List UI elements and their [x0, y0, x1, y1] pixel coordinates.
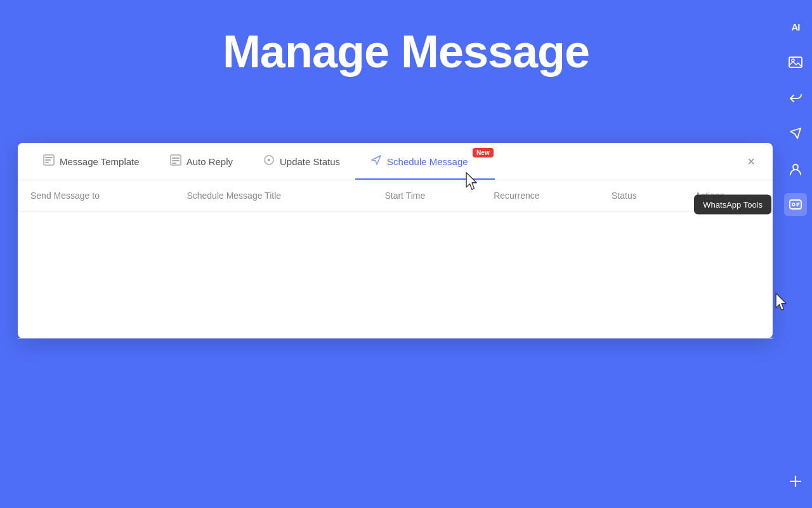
- tab-schedule-message[interactable]: Schedule Message New: [355, 143, 495, 180]
- tab-update-status[interactable]: Update Status: [248, 143, 355, 180]
- col-start-time: Start Time: [372, 180, 481, 211]
- tab-auto-reply[interactable]: Auto Reply: [155, 143, 248, 180]
- sidebar-icon-image[interactable]: [784, 51, 807, 74]
- tab-update-status-label: Update Status: [280, 156, 340, 167]
- new-badge: New: [473, 148, 494, 157]
- svg-rect-1: [45, 157, 53, 158]
- col-send-to: Send Message to: [18, 180, 174, 211]
- svg-rect-10: [789, 57, 802, 67]
- svg-point-14: [792, 203, 795, 206]
- svg-rect-13: [790, 200, 801, 209]
- right-sidebar: AI WhatsApp Tools: [779, 0, 812, 508]
- sidebar-icon-broadcast[interactable]: [784, 122, 807, 145]
- sidebar-icon-add[interactable]: [784, 470, 807, 493]
- svg-point-9: [268, 159, 270, 161]
- tab-message-template[interactable]: Message Template: [28, 143, 155, 180]
- col-recurrence: Recurrence: [481, 180, 599, 211]
- tab-auto-reply-label: Auto Reply: [187, 156, 233, 167]
- sidebar-icon-contacts[interactable]: [784, 157, 807, 180]
- sidebar-icon-reply[interactable]: [784, 86, 807, 109]
- update-status-icon: [263, 154, 275, 168]
- schedule-message-icon: [370, 154, 382, 168]
- sidebar-icon-ai[interactable]: AI: [784, 15, 807, 38]
- tab-message-template-label: Message Template: [60, 156, 140, 167]
- svg-rect-6: [172, 160, 180, 161]
- table-empty-row: [18, 211, 773, 338]
- modal: Message Template Auto Reply Update S: [18, 143, 773, 338]
- svg-rect-7: [172, 163, 176, 164]
- col-title: Schedule Message Title: [174, 180, 372, 211]
- svg-point-12: [793, 164, 798, 170]
- schedule-table: Send Message to Schedule Message Title S…: [18, 180, 773, 338]
- close-button[interactable]: ×: [740, 150, 763, 173]
- auto-reply-icon: [170, 154, 181, 168]
- message-template-icon: [43, 154, 55, 168]
- svg-rect-2: [45, 159, 51, 161]
- tabs-bar: Message Template Auto Reply Update S: [18, 143, 773, 180]
- tab-schedule-message-label: Schedule Message: [387, 156, 468, 167]
- sidebar-icon-whatsapp-tools[interactable]: WhatsApp Tools: [784, 193, 807, 216]
- col-actions: Actions: [683, 180, 773, 211]
- col-status: Status: [599, 180, 683, 211]
- table-header-row: Send Message to Schedule Message Title S…: [18, 180, 773, 211]
- svg-rect-5: [172, 157, 180, 159]
- page-title: Manage Message: [0, 0, 812, 77]
- svg-rect-3: [45, 162, 49, 163]
- ai-label: AI: [792, 22, 800, 32]
